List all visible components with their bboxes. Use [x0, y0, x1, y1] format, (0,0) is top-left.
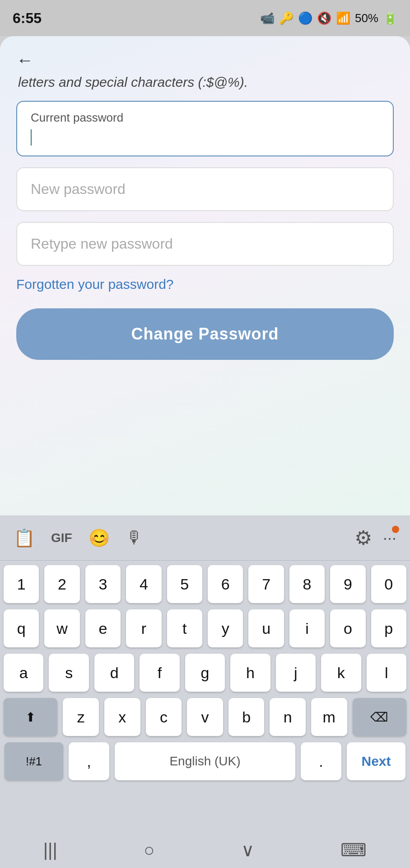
- key-x[interactable]: x: [104, 698, 140, 736]
- toolbar-icons: 📋 GIF 😊 🎙: [14, 528, 143, 548]
- back-button[interactable]: ←: [16, 51, 33, 70]
- mute-icon: 🔇: [317, 11, 331, 25]
- nav-keyboard-icon[interactable]: ⌨: [340, 840, 367, 860]
- clipboard-icon[interactable]: 📋: [14, 528, 35, 548]
- status-icons: 📹 🔑 🔵 🔇 📶 50% 🔋: [260, 11, 397, 25]
- hint-text: letters and special characters (:$@%).: [0, 75, 410, 101]
- symbols-key[interactable]: !#1: [5, 742, 63, 780]
- number-row: 1 2 3 4 5 6 7 8 9 0: [4, 565, 406, 603]
- nav-home-icon[interactable]: ○: [144, 840, 154, 860]
- text-cursor: [31, 129, 32, 146]
- more-wrapper: ···: [383, 528, 396, 547]
- key-g[interactable]: g: [185, 654, 225, 692]
- mic-icon[interactable]: 🎙: [126, 528, 143, 547]
- nav-back-icon[interactable]: |||: [43, 840, 57, 860]
- key-6[interactable]: 6: [208, 565, 243, 603]
- key-e[interactable]: e: [85, 609, 121, 647]
- key-i[interactable]: i: [289, 609, 325, 647]
- key-icon: 🔑: [279, 11, 294, 25]
- forgotten-password-link[interactable]: Forgotten your password?: [16, 277, 174, 292]
- battery-status: 50%: [355, 11, 378, 25]
- settings-wrapper: ⚙: [354, 526, 372, 549]
- key-d[interactable]: d: [94, 654, 134, 692]
- key-k[interactable]: k: [321, 654, 361, 692]
- key-y[interactable]: y: [208, 609, 243, 647]
- new-password-input[interactable]: [16, 167, 394, 211]
- key-j[interactable]: j: [276, 654, 316, 692]
- bluetooth-icon: 🔵: [298, 11, 312, 25]
- shift-key[interactable]: ⬆: [4, 698, 57, 736]
- key-b[interactable]: b: [228, 698, 265, 736]
- key-p[interactable]: p: [371, 609, 406, 647]
- key-w[interactable]: w: [44, 609, 79, 647]
- status-time: 6:55: [13, 10, 42, 27]
- keyboard-rows: 1 2 3 4 5 6 7 8 9 0 q w e r t y u i o p …: [0, 561, 410, 780]
- current-password-label: Current password: [31, 111, 379, 125]
- bottom-row: !#1 , English (UK) . Next: [4, 742, 406, 780]
- key-o[interactable]: o: [330, 609, 365, 647]
- key-v[interactable]: v: [187, 698, 223, 736]
- current-password-input[interactable]: [31, 127, 379, 146]
- signal-icon: 📶: [336, 11, 350, 25]
- space-key[interactable]: English (UK): [115, 742, 295, 780]
- key-s[interactable]: s: [49, 654, 89, 692]
- gif-icon[interactable]: GIF: [51, 531, 72, 545]
- form-area: Current password Forgotten your password…: [0, 101, 410, 360]
- period-key[interactable]: .: [301, 742, 341, 780]
- key-u[interactable]: u: [248, 609, 284, 647]
- key-q[interactable]: q: [4, 609, 39, 647]
- key-z[interactable]: z: [63, 698, 99, 736]
- key-3[interactable]: 3: [85, 565, 121, 603]
- app-container: ← letters and special characters (:$@%).…: [0, 36, 410, 515]
- key-4[interactable]: 4: [126, 565, 161, 603]
- backspace-key[interactable]: ⌫: [353, 698, 406, 736]
- next-key[interactable]: Next: [347, 742, 405, 780]
- retype-password-input[interactable]: [16, 222, 394, 266]
- comma-key[interactable]: ,: [69, 742, 109, 780]
- key-0[interactable]: 0: [371, 565, 406, 603]
- toolbar-right: ⚙ ···: [354, 526, 396, 549]
- battery-icon: 🔋: [383, 11, 397, 25]
- key-5[interactable]: 5: [167, 565, 202, 603]
- key-9[interactable]: 9: [330, 565, 365, 603]
- current-password-wrapper[interactable]: Current password: [16, 101, 394, 156]
- key-c[interactable]: c: [146, 698, 182, 736]
- back-bar: ←: [0, 36, 410, 75]
- emoji-icon[interactable]: 😊: [89, 528, 110, 548]
- zxcv-row: ⬆ z x c v b n m ⌫: [4, 698, 406, 736]
- status-bar: 6:55 📹 🔑 🔵 🔇 📶 50% 🔋: [0, 0, 410, 36]
- key-8[interactable]: 8: [289, 565, 325, 603]
- key-7[interactable]: 7: [248, 565, 284, 603]
- camera-icon: 📹: [260, 11, 275, 25]
- nav-bar: ||| ○ ∨ ⌨: [0, 832, 410, 868]
- key-m[interactable]: m: [311, 698, 347, 736]
- key-h[interactable]: h: [230, 654, 270, 692]
- key-2[interactable]: 2: [44, 565, 79, 603]
- key-r[interactable]: r: [126, 609, 161, 647]
- settings-icon[interactable]: ⚙: [354, 527, 372, 549]
- key-f[interactable]: f: [140, 654, 179, 692]
- key-1[interactable]: 1: [4, 565, 39, 603]
- notification-dot: [392, 526, 399, 533]
- nav-recents-icon[interactable]: ∨: [241, 840, 254, 860]
- asdf-row: a s d f g h j k l: [4, 654, 406, 692]
- change-password-button[interactable]: Change Password: [16, 308, 394, 360]
- key-l[interactable]: l: [367, 654, 406, 692]
- key-t[interactable]: t: [167, 609, 202, 647]
- keyboard-toolbar: 📋 GIF 😊 🎙 ⚙ ···: [0, 515, 410, 561]
- keyboard: 📋 GIF 😊 🎙 ⚙ ··· 1 2 3 4 5 6 7 8 9 0: [0, 515, 410, 868]
- key-a[interactable]: a: [4, 654, 43, 692]
- key-n[interactable]: n: [270, 698, 306, 736]
- qwerty-row: q w e r t y u i o p: [4, 609, 406, 647]
